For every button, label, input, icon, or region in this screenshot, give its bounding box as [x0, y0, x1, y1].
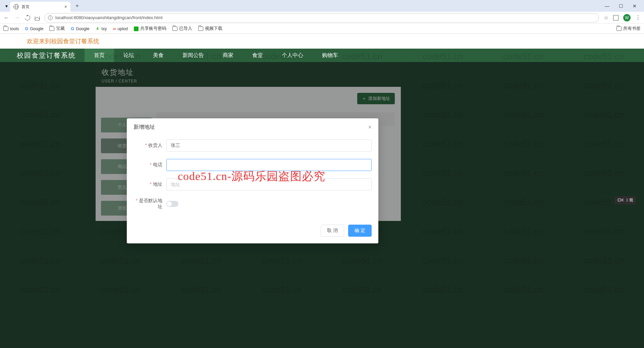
nav-news[interactable]: 新闻公告	[173, 49, 213, 62]
welcome-text: 欢迎来到校园食堂订餐系统	[27, 37, 99, 45]
name-input[interactable]	[166, 139, 372, 152]
profile-avatar[interactable]: W	[623, 14, 631, 21]
home-icon[interactable]	[35, 16, 40, 20]
window-maximize-button[interactable]: ☐	[619, 3, 623, 9]
confirm-button[interactable]: 确 定	[348, 225, 372, 237]
bookmarks-bar: tools GGoogle 宝藏 GGoogle ೭txy ∞uplod 共享账…	[0, 24, 644, 34]
cancel-button[interactable]: 取 消	[321, 225, 344, 237]
folder-icon	[49, 26, 54, 31]
tab-title: 首页	[21, 4, 62, 10]
name-label: *收货人	[133, 142, 166, 149]
browser-menu-icon[interactable]: ⋮	[635, 14, 641, 21]
reload-icon[interactable]	[24, 14, 31, 21]
phone-input[interactable]	[166, 159, 372, 171]
default-switch[interactable]	[166, 201, 178, 207]
folder-icon	[172, 26, 177, 31]
nav-back-icon[interactable]: ←	[3, 15, 9, 21]
phone-label: *电话	[133, 162, 166, 168]
form-row-phone: *电话	[133, 159, 372, 171]
main-nav: 校园食堂订餐系统 首页 论坛 美食 新闻公告 商家 食堂 个人中心 购物车	[0, 49, 644, 62]
form-row-address: *地址	[133, 178, 372, 190]
upload-icon: ∞	[113, 26, 116, 31]
site-logo[interactable]: 校园食堂订餐系统	[0, 51, 85, 60]
bookmark-item[interactable]: ∞uplod	[113, 26, 128, 31]
nav-forum[interactable]: 论坛	[114, 49, 144, 62]
nav-canteen[interactable]: 食堂	[243, 49, 272, 62]
window-close-button[interactable]: ✕	[633, 3, 637, 9]
browser-tabstrip: ▾ 首页 × ＋ — ☐ ✕	[0, 0, 644, 12]
folder-icon	[3, 26, 8, 31]
window-minimize-button[interactable]: —	[605, 3, 609, 9]
modal-footer: 取 消 确 定	[127, 221, 378, 243]
browser-toolbar: ← → i localhost:8080/xiaoyuanshitangding…	[0, 12, 644, 24]
nav-food[interactable]: 美食	[144, 49, 173, 62]
bookmark-item[interactable]: GGoogle	[71, 26, 89, 31]
close-icon[interactable]: ×	[368, 124, 372, 131]
extensions-icon[interactable]	[613, 15, 619, 20]
tab-close-icon[interactable]: ×	[64, 4, 67, 9]
address-input[interactable]	[166, 178, 372, 190]
folder-icon	[616, 26, 622, 31]
all-bookmarks[interactable]: 所有书签	[616, 26, 641, 32]
bookmark-item[interactable]: 宝藏	[49, 26, 65, 32]
site-info-icon[interactable]: i	[48, 15, 53, 20]
address-bar[interactable]: i localhost:8080/xiaoyuanshitangdingcan/…	[44, 13, 599, 22]
modal-body: *收货人 *电话 *地址 *是否默认地址	[127, 136, 378, 221]
nav-center[interactable]: 个人中心	[272, 49, 313, 62]
content-area: document.write(Array.from({length:9}).ma…	[0, 62, 644, 348]
nav-home[interactable]: 首页	[85, 49, 114, 62]
form-row-default: *是否默认地址	[133, 198, 372, 210]
browser-tab[interactable]: 首页 ×	[10, 2, 70, 12]
modal-header: 新增地址 ×	[127, 118, 378, 136]
bookmark-item[interactable]: ೭txy	[96, 26, 107, 31]
bookmark-item[interactable]: GGoogle	[25, 26, 43, 31]
folder-icon	[198, 26, 203, 31]
bookmark-item[interactable]: 共享账号密码	[134, 26, 166, 32]
nav-merchant[interactable]: 商家	[213, 49, 243, 62]
welcome-bar: 欢迎来到校园食堂订餐系统	[0, 34, 644, 49]
site-icon	[134, 26, 139, 31]
bookmark-item[interactable]: tools	[3, 26, 19, 31]
google-icon: G	[25, 26, 28, 31]
form-row-name: *收货人	[133, 139, 372, 152]
page: 欢迎来到校园食堂订餐系统 校园食堂订餐系统 首页 论坛 美食 新闻公告 商家 食…	[0, 34, 644, 348]
google-icon: G	[71, 26, 74, 31]
bookmark-item[interactable]: 已导入	[172, 26, 192, 32]
default-label: *是否默认地址	[133, 198, 166, 210]
txy-icon: ೭	[96, 26, 100, 31]
new-tab-button[interactable]: ＋	[74, 2, 80, 9]
add-address-modal: 新增地址 × *收货人 *电话 *地址 *是否默认地址	[127, 118, 378, 243]
nav-forward-icon: →	[14, 15, 20, 21]
bookmark-item[interactable]: 视频下载	[198, 26, 222, 32]
window-controls: — ☐ ✕	[605, 3, 641, 9]
globe-icon	[13, 4, 19, 9]
ime-indicator: CH ☽ 简	[615, 196, 636, 205]
url-text: localhost:8080/xiaoyuanshitangdingcan/fr…	[55, 15, 162, 20]
address-label: *地址	[133, 181, 166, 187]
nav-cart[interactable]: 购物车	[313, 49, 347, 62]
bookmark-star-icon[interactable]: ☆	[604, 14, 608, 21]
modal-title: 新增地址	[133, 124, 155, 131]
tab-dropdown-icon[interactable]: ▾	[3, 2, 10, 10]
